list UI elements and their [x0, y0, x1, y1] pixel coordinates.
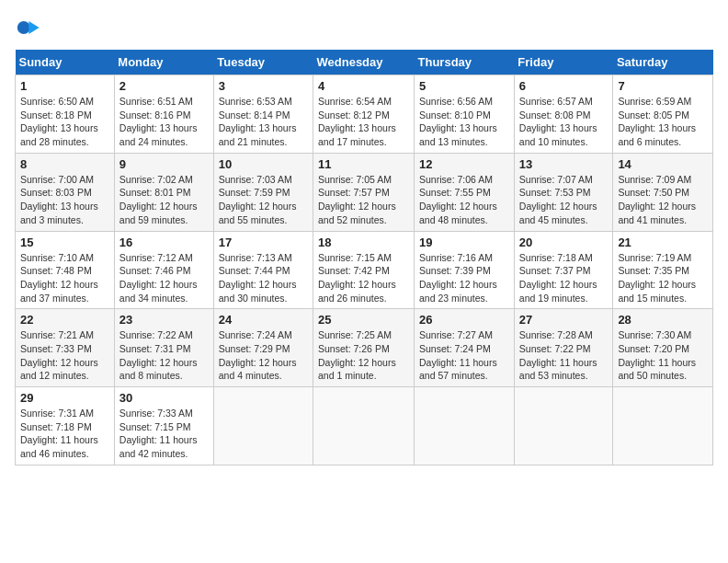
day-number: 4 [318, 79, 409, 93]
header-thursday: Thursday [415, 50, 515, 75]
day-info: Sunrise: 7:19 AM Sunset: 7:35 PM Dayligh… [618, 251, 708, 305]
day-cell: 30Sunrise: 7:33 AM Sunset: 7:15 PM Dayli… [114, 387, 213, 465]
day-cell [313, 387, 415, 465]
day-number: 2 [119, 79, 209, 93]
day-number: 1 [20, 79, 109, 93]
day-info: Sunrise: 6:54 AM Sunset: 8:12 PM Dayligh… [318, 95, 409, 149]
header-sunday: Sunday [16, 50, 115, 75]
day-number: 20 [519, 236, 609, 249]
day-info: Sunrise: 6:59 AM Sunset: 8:05 PM Dayligh… [618, 95, 708, 149]
day-number: 29 [20, 391, 109, 405]
day-info: Sunrise: 7:02 AM Sunset: 8:01 PM Dayligh… [119, 173, 209, 227]
header-friday: Friday [514, 50, 613, 75]
week-row-5: 29Sunrise: 7:31 AM Sunset: 7:18 PM Dayli… [16, 387, 713, 465]
day-cell: 17Sunrise: 7:13 AM Sunset: 7:44 PM Dayli… [213, 231, 313, 309]
header-wednesday: Wednesday [313, 50, 415, 75]
day-info: Sunrise: 7:22 AM Sunset: 7:31 PM Dayligh… [119, 328, 209, 383]
day-info: Sunrise: 7:10 AM Sunset: 7:48 PM Dayligh… [20, 251, 109, 305]
day-info: Sunrise: 7:12 AM Sunset: 7:46 PM Dayligh… [119, 251, 209, 305]
day-cell: 28Sunrise: 7:30 AM Sunset: 7:20 PM Dayli… [613, 309, 713, 387]
calendar-body: 1Sunrise: 6:50 AM Sunset: 8:18 PM Daylig… [16, 75, 713, 465]
day-number: 24 [219, 313, 308, 327]
day-info: Sunrise: 6:56 AM Sunset: 8:10 PM Dayligh… [419, 95, 509, 149]
day-cell: 27Sunrise: 7:28 AM Sunset: 7:22 PM Dayli… [514, 309, 613, 387]
day-number: 8 [20, 157, 109, 171]
day-number: 15 [20, 236, 109, 249]
logo [15, 15, 44, 40]
day-info: Sunrise: 7:33 AM Sunset: 7:15 PM Dayligh… [119, 407, 209, 461]
header-saturday: Saturday [613, 50, 713, 75]
day-cell: 29Sunrise: 7:31 AM Sunset: 7:18 PM Dayli… [16, 387, 115, 465]
day-cell: 7Sunrise: 6:59 AM Sunset: 8:05 PM Daylig… [613, 75, 713, 154]
day-number: 17 [219, 236, 308, 249]
day-cell: 12Sunrise: 7:06 AM Sunset: 7:55 PM Dayli… [415, 153, 515, 231]
calendar-table: SundayMondayTuesdayWednesdayThursdayFrid… [15, 50, 713, 465]
day-cell: 26Sunrise: 7:27 AM Sunset: 7:24 PM Dayli… [415, 309, 515, 387]
week-row-3: 15Sunrise: 7:10 AM Sunset: 7:48 PM Dayli… [16, 231, 713, 309]
day-info: Sunrise: 7:00 AM Sunset: 8:03 PM Dayligh… [20, 173, 109, 227]
logo-icon [15, 15, 40, 40]
day-cell: 11Sunrise: 7:05 AM Sunset: 7:57 PM Dayli… [313, 153, 415, 231]
day-cell: 15Sunrise: 7:10 AM Sunset: 7:48 PM Dayli… [16, 231, 115, 309]
day-info: Sunrise: 7:18 AM Sunset: 7:37 PM Dayligh… [519, 251, 609, 305]
day-cell: 10Sunrise: 7:03 AM Sunset: 7:59 PM Dayli… [213, 153, 313, 231]
day-cell: 19Sunrise: 7:16 AM Sunset: 7:39 PM Dayli… [415, 231, 515, 309]
day-info: Sunrise: 7:13 AM Sunset: 7:44 PM Dayligh… [219, 251, 308, 305]
day-number: 5 [419, 79, 509, 93]
day-number: 7 [618, 79, 708, 93]
calendar-header: SundayMondayTuesdayWednesdayThursdayFrid… [16, 50, 713, 75]
day-number: 10 [219, 157, 308, 171]
day-number: 6 [519, 79, 609, 93]
day-cell: 2Sunrise: 6:51 AM Sunset: 8:16 PM Daylig… [114, 75, 213, 154]
day-number: 18 [318, 236, 409, 249]
week-row-1: 1Sunrise: 6:50 AM Sunset: 8:18 PM Daylig… [16, 75, 713, 154]
day-number: 25 [318, 313, 409, 327]
day-info: Sunrise: 7:25 AM Sunset: 7:26 PM Dayligh… [318, 328, 409, 383]
header-row: SundayMondayTuesdayWednesdayThursdayFrid… [16, 50, 713, 75]
day-cell: 24Sunrise: 7:24 AM Sunset: 7:29 PM Dayli… [213, 309, 313, 387]
day-info: Sunrise: 7:07 AM Sunset: 7:53 PM Dayligh… [519, 173, 609, 227]
day-cell: 18Sunrise: 7:15 AM Sunset: 7:42 PM Dayli… [313, 231, 415, 309]
day-cell: 25Sunrise: 7:25 AM Sunset: 7:26 PM Dayli… [313, 309, 415, 387]
day-info: Sunrise: 7:09 AM Sunset: 7:50 PM Dayligh… [618, 173, 708, 227]
week-row-2: 8Sunrise: 7:00 AM Sunset: 8:03 PM Daylig… [16, 153, 713, 231]
header-tuesday: Tuesday [213, 50, 313, 75]
day-info: Sunrise: 7:03 AM Sunset: 7:59 PM Dayligh… [219, 173, 308, 227]
day-number: 19 [419, 236, 509, 249]
day-cell: 3Sunrise: 6:53 AM Sunset: 8:14 PM Daylig… [213, 75, 313, 154]
day-number: 14 [618, 157, 708, 171]
page-header [15, 15, 713, 40]
week-row-4: 22Sunrise: 7:21 AM Sunset: 7:33 PM Dayli… [16, 309, 713, 387]
day-info: Sunrise: 7:16 AM Sunset: 7:39 PM Dayligh… [419, 251, 509, 305]
day-number: 12 [419, 157, 509, 171]
day-number: 23 [119, 313, 209, 327]
svg-marker-1 [28, 21, 39, 34]
day-number: 21 [618, 236, 708, 249]
day-info: Sunrise: 6:50 AM Sunset: 8:18 PM Dayligh… [20, 95, 109, 149]
day-number: 3 [219, 79, 308, 93]
day-cell: 21Sunrise: 7:19 AM Sunset: 7:35 PM Dayli… [613, 231, 713, 309]
day-cell: 23Sunrise: 7:22 AM Sunset: 7:31 PM Dayli… [114, 309, 213, 387]
day-info: Sunrise: 7:31 AM Sunset: 7:18 PM Dayligh… [20, 407, 109, 461]
day-number: 16 [119, 236, 209, 249]
day-info: Sunrise: 7:06 AM Sunset: 7:55 PM Dayligh… [419, 173, 509, 227]
day-info: Sunrise: 7:27 AM Sunset: 7:24 PM Dayligh… [419, 328, 509, 383]
day-info: Sunrise: 6:57 AM Sunset: 8:08 PM Dayligh… [519, 95, 609, 149]
day-number: 9 [119, 157, 209, 171]
day-cell: 9Sunrise: 7:02 AM Sunset: 8:01 PM Daylig… [114, 153, 213, 231]
header-monday: Monday [114, 50, 213, 75]
day-cell [213, 387, 313, 465]
day-cell: 4Sunrise: 6:54 AM Sunset: 8:12 PM Daylig… [313, 75, 415, 154]
day-info: Sunrise: 6:51 AM Sunset: 8:16 PM Dayligh… [119, 95, 209, 149]
day-number: 13 [519, 157, 609, 171]
day-info: Sunrise: 7:28 AM Sunset: 7:22 PM Dayligh… [519, 328, 609, 383]
day-number: 22 [20, 313, 109, 327]
day-number: 30 [119, 391, 209, 405]
day-cell: 8Sunrise: 7:00 AM Sunset: 8:03 PM Daylig… [16, 153, 115, 231]
day-cell: 13Sunrise: 7:07 AM Sunset: 7:53 PM Dayli… [514, 153, 613, 231]
day-cell: 5Sunrise: 6:56 AM Sunset: 8:10 PM Daylig… [415, 75, 515, 154]
day-number: 28 [618, 313, 708, 327]
svg-point-0 [17, 21, 30, 34]
day-info: Sunrise: 7:05 AM Sunset: 7:57 PM Dayligh… [318, 173, 409, 227]
day-number: 27 [519, 313, 609, 327]
